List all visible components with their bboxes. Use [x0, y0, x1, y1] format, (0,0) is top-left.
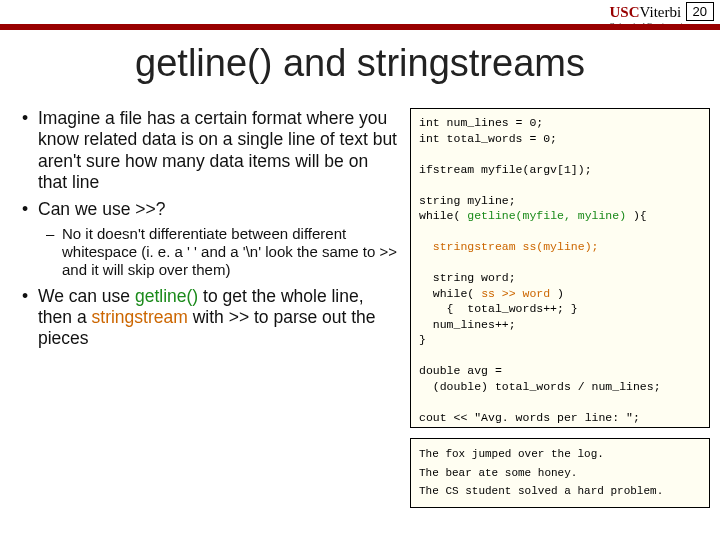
code-line: { total_words++; } — [419, 302, 578, 315]
code-line: string word; — [419, 271, 516, 284]
code-line: cout << "Avg. words per line: "; — [419, 411, 640, 424]
keyword-stringstream: stringstream — [92, 307, 188, 327]
page-number: 20 — [686, 2, 714, 21]
code-line: ){ — [626, 209, 647, 222]
code-line: while( — [419, 287, 481, 300]
code-line: double avg = — [419, 364, 509, 377]
code-getline-call: getline(myfile, myline) — [467, 209, 626, 222]
bullet-item: Can we use >>? No it doesn't differentia… — [22, 199, 400, 279]
sample-line: The fox jumped over the log. — [419, 448, 604, 460]
bullet-text: Can we use >>? — [38, 199, 165, 219]
code-line: } — [419, 333, 426, 346]
code-line: ifstream myfile(argv[1]); — [419, 163, 592, 176]
sample-line: The CS student solved a hard problem. — [419, 485, 663, 497]
bullet-text: We can use — [38, 286, 135, 306]
code-line: cout << avg << endl; — [419, 426, 557, 428]
logo-usc: USC — [610, 4, 640, 20]
code-ss-extract: ss >> word — [481, 287, 550, 300]
code-stringstream-decl: stringstream ss(myline); — [419, 240, 598, 253]
keyword-getline: getline() — [135, 286, 198, 306]
page-title: getline() and stringstreams — [0, 42, 720, 85]
sample-line: The bear ate some honey. — [419, 467, 577, 479]
sub-bullet-item: No it doesn't differentiate between diff… — [46, 225, 400, 280]
code-line: ) — [550, 287, 564, 300]
bullet-item: Imagine a file has a certain format wher… — [22, 108, 400, 193]
code-line: int total_words = 0; — [419, 132, 557, 145]
code-column: int num_lines = 0; int total_words = 0; … — [410, 108, 710, 508]
logo-viterbi: Viterbi — [640, 4, 682, 20]
code-line: string myline; — [419, 194, 516, 207]
code-line: while( — [419, 209, 467, 222]
content-area: Imagine a file has a certain format wher… — [22, 108, 710, 508]
header-bar — [0, 24, 720, 30]
sample-text-box: The fox jumped over the log. The bear at… — [410, 438, 710, 508]
code-line: int num_lines = 0; — [419, 116, 543, 129]
code-line: num_lines++; — [419, 318, 516, 331]
bullet-item: We can use getline() to get the whole li… — [22, 286, 400, 350]
code-line: (double) total_words / num_lines; — [419, 380, 661, 393]
bullet-column: Imagine a file has a certain format wher… — [22, 108, 400, 508]
code-box: int num_lines = 0; int total_words = 0; … — [410, 108, 710, 428]
